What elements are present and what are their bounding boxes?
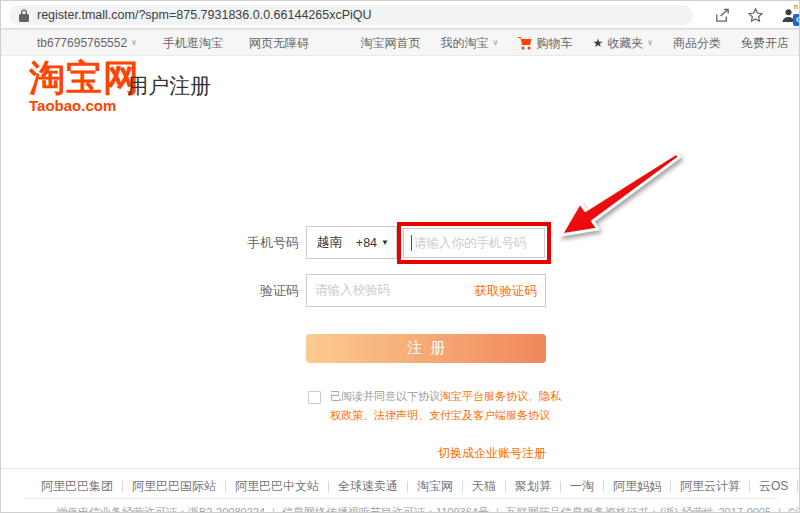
footer-link[interactable]: 聚划算 <box>515 478 551 495</box>
phone-placeholder: 请输入你的手机号码 <box>414 235 527 252</box>
country-code-select[interactable]: 越南 +84 ▼ <box>306 226 397 259</box>
footer-link[interactable]: 阿里巴巴集团 <box>41 478 113 495</box>
star-icon: ★ <box>592 37 603 49</box>
nav-mobile-taobao[interactable]: 手机逛淘宝 <box>163 35 223 52</box>
footer-link[interactable]: 一淘 <box>570 478 594 495</box>
cart-icon <box>518 37 532 50</box>
site-top-nav: tb677695765552 ∨ 手机逛淘宝 网页无障碍 淘宝网首页 我的淘宝 … <box>1 29 800 56</box>
footer-link[interactable]: 阿里妈妈 <box>613 478 661 495</box>
annotation-arrow <box>553 147 689 247</box>
agreement-prefix: 已阅读并同意以下协议 <box>330 390 440 402</box>
footer-links: 阿里巴巴集团 阿里巴巴国际站 阿里巴巴中文站 全球速卖通 淘宝网 天猫 聚划算 … <box>41 478 800 495</box>
get-captcha-link[interactable]: 获取验证码 <box>475 275 538 308</box>
footer-link[interactable]: 全球速卖通 <box>338 478 398 495</box>
caret-down-icon: ▼ <box>381 238 389 247</box>
captcha-label: 验证码 <box>201 282 299 300</box>
chevron-down-icon: ∨ <box>493 39 499 47</box>
nav-favorites[interactable]: ★ 收藏夹 ∨ <box>592 35 653 52</box>
bookmark-star-icon[interactable] <box>747 7 764 24</box>
username: tb677695765552 <box>37 36 127 50</box>
nav-accessibility[interactable]: 网页无障碍 <box>249 35 309 52</box>
share-icon[interactable] <box>714 7 731 24</box>
phone-input[interactable]: 请输入你的手机号码 <box>403 228 545 258</box>
captcha-input[interactable]: 请输入校验码 获取验证码 <box>306 274 546 307</box>
legal-text: 增值电信业务经营许可证：浙B2-20080224 ｜ 信息网络传播视听节目许可证… <box>56 505 800 513</box>
enterprise-register-link[interactable]: 切换成企业账号注册 <box>306 445 546 462</box>
phone-label: 手机号码 <box>201 234 299 252</box>
text-cursor <box>411 235 412 251</box>
agreement-checkbox[interactable] <box>308 391 321 404</box>
footer-link[interactable]: 阿里巴巴中文站 <box>235 478 319 495</box>
footer-divider-2 <box>23 498 779 499</box>
page-title: 用户注册 <box>127 72 211 100</box>
nav-taobao-home[interactable]: 淘宝网首页 <box>361 35 421 52</box>
taobao-register-page: register.tmall.com/?spm=875.7931836.0.0.… <box>0 0 800 513</box>
footer-link[interactable]: 天猫 <box>472 478 496 495</box>
captcha-placeholder: 请输入校验码 <box>315 282 390 299</box>
footer-divider <box>1 468 800 469</box>
extension-icon[interactable]: C <box>793 14 800 26</box>
extension-label-fragment: n <box>794 3 798 10</box>
footer-link[interactable]: 淘宝网 <box>417 478 453 495</box>
agreement-text: 已阅读并同意以下协议淘宝平台服务协议、隐私权政策、法律声明、支付宝及客户端服务协… <box>330 387 563 425</box>
nav-open-shop[interactable]: 免费开店 <box>741 35 789 52</box>
browser-toolbar: register.tmall.com/?spm=875.7931836.0.0.… <box>1 1 800 29</box>
chevron-down-icon: ∨ <box>131 39 137 47</box>
register-button[interactable]: 注册 <box>306 334 546 363</box>
dial-code: +84 <box>356 236 377 250</box>
footer-link[interactable]: 阿里云计算 <box>680 478 740 495</box>
country-name: 越南 <box>317 234 342 251</box>
logo-cn-text: 淘宝网 <box>29 59 140 97</box>
address-bar[interactable]: register.tmall.com/?spm=875.7931836.0.0.… <box>9 5 693 25</box>
url-text: register.tmall.com/?spm=875.7931836.0.0.… <box>37 8 372 22</box>
taobao-logo[interactable]: 淘宝网 Taobao.com <box>29 59 140 113</box>
nav-cart[interactable]: 购物车 <box>518 35 572 52</box>
chevron-down-icon: ∨ <box>647 39 653 47</box>
logo-en-text: Taobao.com <box>29 98 140 113</box>
nav-my-taobao[interactable]: 我的淘宝 ∨ <box>441 35 499 52</box>
nav-categories[interactable]: 商品分类 <box>673 35 721 52</box>
lock-icon <box>19 9 29 22</box>
footer-link[interactable]: 云OS <box>759 478 788 495</box>
account-menu[interactable]: tb677695765552 ∨ <box>37 36 137 50</box>
footer-link[interactable]: 阿里巴巴国际站 <box>132 478 216 495</box>
